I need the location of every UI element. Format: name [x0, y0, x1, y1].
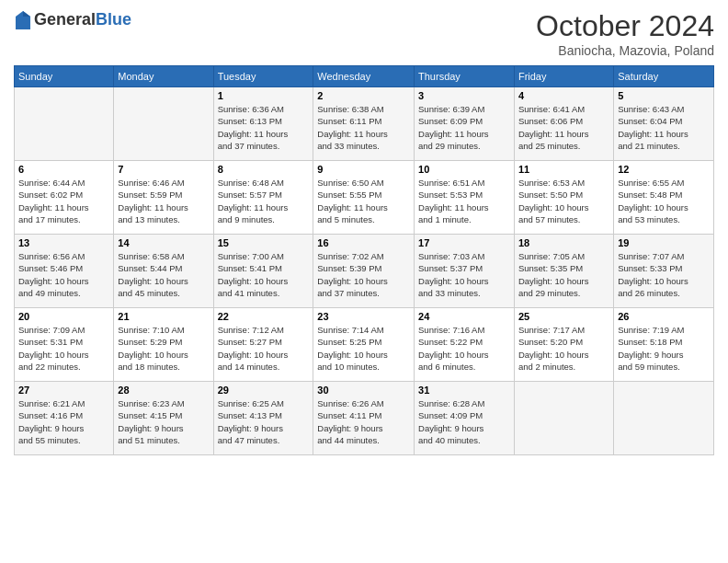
day-info: Sunrise: 7:07 AM Sunset: 5:33 PM Dayligh… — [618, 250, 710, 299]
logo-general-text: General — [34, 10, 96, 29]
table-row: 3Sunrise: 6:39 AM Sunset: 6:09 PM Daylig… — [415, 87, 515, 161]
day-info: Sunrise: 7:03 AM Sunset: 5:37 PM Dayligh… — [418, 250, 510, 299]
logo: GeneralBlue — [14, 9, 131, 31]
day-number: 22 — [218, 311, 310, 322]
day-info: Sunrise: 7:00 AM Sunset: 5:41 PM Dayligh… — [218, 250, 310, 299]
day-info: Sunrise: 6:25 AM Sunset: 4:13 PM Dayligh… — [218, 397, 310, 446]
day-info: Sunrise: 6:28 AM Sunset: 4:09 PM Dayligh… — [418, 397, 510, 446]
day-info: Sunrise: 6:26 AM Sunset: 4:11 PM Dayligh… — [317, 397, 410, 446]
day-info: Sunrise: 7:10 AM Sunset: 5:29 PM Dayligh… — [118, 324, 209, 373]
week-row-2: 13Sunrise: 6:56 AM Sunset: 5:46 PM Dayli… — [15, 235, 714, 308]
table-row: 20Sunrise: 7:09 AM Sunset: 5:31 PM Dayli… — [15, 308, 114, 382]
table-row: 11Sunrise: 6:53 AM Sunset: 5:50 PM Dayli… — [514, 161, 613, 235]
table-row: 24Sunrise: 7:16 AM Sunset: 5:22 PM Dayli… — [415, 308, 515, 382]
day-info: Sunrise: 6:21 AM Sunset: 4:16 PM Dayligh… — [18, 397, 109, 446]
day-info: Sunrise: 7:17 AM Sunset: 5:20 PM Dayligh… — [518, 324, 609, 373]
table-row: 31Sunrise: 6:28 AM Sunset: 4:09 PM Dayli… — [415, 382, 515, 455]
calendar-header-row: Sunday Monday Tuesday Wednesday Thursday… — [15, 66, 714, 87]
day-number: 2 — [317, 90, 410, 101]
day-info: Sunrise: 6:43 AM Sunset: 6:04 PM Dayligh… — [618, 103, 710, 152]
table-row: 17Sunrise: 7:03 AM Sunset: 5:37 PM Dayli… — [415, 235, 515, 308]
day-number: 1 — [218, 90, 310, 101]
header-tuesday: Tuesday — [213, 66, 313, 87]
day-number: 26 — [618, 311, 710, 322]
table-row: 7Sunrise: 6:46 AM Sunset: 5:59 PM Daylig… — [114, 161, 213, 235]
table-row: 22Sunrise: 7:12 AM Sunset: 5:27 PM Dayli… — [213, 308, 313, 382]
table-row: 29Sunrise: 6:25 AM Sunset: 4:13 PM Dayli… — [213, 382, 313, 455]
month-title: October 2024 — [536, 9, 714, 43]
logo-blue-text: Blue — [96, 10, 131, 29]
day-number: 16 — [317, 237, 410, 248]
table-row: 30Sunrise: 6:26 AM Sunset: 4:11 PM Dayli… — [313, 382, 415, 455]
header-saturday: Saturday — [614, 66, 714, 87]
day-number: 5 — [618, 90, 710, 101]
week-row-3: 20Sunrise: 7:09 AM Sunset: 5:31 PM Dayli… — [15, 308, 714, 382]
day-info: Sunrise: 6:44 AM Sunset: 6:02 PM Dayligh… — [18, 177, 109, 225]
day-info: Sunrise: 7:09 AM Sunset: 5:31 PM Dayligh… — [18, 324, 109, 373]
table-row — [514, 382, 613, 455]
day-info: Sunrise: 6:23 AM Sunset: 4:15 PM Dayligh… — [118, 397, 209, 446]
table-row: 28Sunrise: 6:23 AM Sunset: 4:15 PM Dayli… — [114, 382, 213, 455]
day-info: Sunrise: 6:53 AM Sunset: 5:50 PM Dayligh… — [518, 177, 609, 225]
day-number: 7 — [118, 164, 209, 175]
table-row: 2Sunrise: 6:38 AM Sunset: 6:11 PM Daylig… — [313, 87, 415, 161]
table-row: 19Sunrise: 7:07 AM Sunset: 5:33 PM Dayli… — [614, 235, 714, 308]
day-info: Sunrise: 6:58 AM Sunset: 5:44 PM Dayligh… — [118, 250, 209, 299]
table-row — [114, 87, 213, 161]
day-number: 24 — [418, 311, 510, 322]
table-row: 27Sunrise: 6:21 AM Sunset: 4:16 PM Dayli… — [15, 382, 114, 455]
table-row: 25Sunrise: 7:17 AM Sunset: 5:20 PM Dayli… — [514, 308, 613, 382]
day-info: Sunrise: 7:16 AM Sunset: 5:22 PM Dayligh… — [418, 324, 510, 373]
day-info: Sunrise: 6:48 AM Sunset: 5:57 PM Dayligh… — [218, 177, 310, 225]
header-monday: Monday — [114, 66, 213, 87]
table-row: 16Sunrise: 7:02 AM Sunset: 5:39 PM Dayli… — [313, 235, 415, 308]
table-row: 23Sunrise: 7:14 AM Sunset: 5:25 PM Dayli… — [313, 308, 415, 382]
day-number: 11 — [518, 164, 609, 175]
day-number: 10 — [418, 164, 510, 175]
day-info: Sunrise: 6:56 AM Sunset: 5:46 PM Dayligh… — [18, 250, 109, 299]
day-info: Sunrise: 6:36 AM Sunset: 6:13 PM Dayligh… — [218, 103, 310, 152]
day-number: 20 — [18, 311, 109, 322]
day-info: Sunrise: 6:38 AM Sunset: 6:11 PM Dayligh… — [317, 103, 410, 152]
day-number: 4 — [518, 90, 609, 101]
header-thursday: Thursday — [415, 66, 515, 87]
day-number: 14 — [118, 237, 209, 248]
table-row: 5Sunrise: 6:43 AM Sunset: 6:04 PM Daylig… — [614, 87, 714, 161]
day-number: 13 — [18, 237, 109, 248]
day-info: Sunrise: 6:55 AM Sunset: 5:48 PM Dayligh… — [618, 177, 710, 225]
week-row-4: 27Sunrise: 6:21 AM Sunset: 4:16 PM Dayli… — [15, 382, 714, 455]
day-info: Sunrise: 7:02 AM Sunset: 5:39 PM Dayligh… — [317, 250, 410, 299]
day-number: 19 — [618, 237, 710, 248]
day-number: 18 — [518, 237, 609, 248]
header: GeneralBlue October 2024 Baniocha, Mazov… — [14, 9, 714, 58]
table-row: 12Sunrise: 6:55 AM Sunset: 5:48 PM Dayli… — [614, 161, 714, 235]
calendar-table: Sunday Monday Tuesday Wednesday Thursday… — [14, 65, 714, 455]
day-number: 29 — [218, 385, 310, 396]
table-row — [15, 87, 114, 161]
table-row: 18Sunrise: 7:05 AM Sunset: 5:35 PM Dayli… — [514, 235, 613, 308]
day-number: 12 — [618, 164, 710, 175]
day-number: 6 — [18, 164, 109, 175]
page: GeneralBlue October 2024 Baniocha, Mazov… — [0, 0, 728, 563]
day-info: Sunrise: 7:05 AM Sunset: 5:35 PM Dayligh… — [518, 250, 609, 299]
day-number: 8 — [218, 164, 310, 175]
table-row: 10Sunrise: 6:51 AM Sunset: 5:53 PM Dayli… — [415, 161, 515, 235]
week-row-1: 6Sunrise: 6:44 AM Sunset: 6:02 PM Daylig… — [15, 161, 714, 235]
day-number: 30 — [317, 385, 410, 396]
table-row: 6Sunrise: 6:44 AM Sunset: 6:02 PM Daylig… — [15, 161, 114, 235]
table-row: 4Sunrise: 6:41 AM Sunset: 6:06 PM Daylig… — [514, 87, 613, 161]
header-wednesday: Wednesday — [313, 66, 415, 87]
day-number: 21 — [118, 311, 209, 322]
table-row: 8Sunrise: 6:48 AM Sunset: 5:57 PM Daylig… — [213, 161, 313, 235]
day-number: 9 — [317, 164, 410, 175]
day-number: 17 — [418, 237, 510, 248]
day-number: 31 — [418, 385, 510, 396]
day-info: Sunrise: 7:19 AM Sunset: 5:18 PM Dayligh… — [618, 324, 710, 373]
day-number: 15 — [218, 237, 310, 248]
table-row: 1Sunrise: 6:36 AM Sunset: 6:13 PM Daylig… — [213, 87, 313, 161]
day-number: 28 — [118, 385, 209, 396]
location-subtitle: Baniocha, Mazovia, Poland — [536, 43, 714, 58]
day-number: 3 — [418, 90, 510, 101]
week-row-0: 1Sunrise: 6:36 AM Sunset: 6:13 PM Daylig… — [15, 87, 714, 161]
logo-icon — [14, 9, 32, 31]
